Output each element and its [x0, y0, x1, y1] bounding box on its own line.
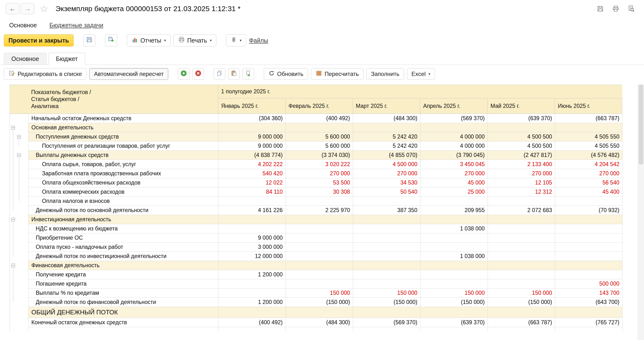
cell-value[interactable] [218, 215, 286, 224]
column-header[interactable]: Апрель 2025 г. [420, 98, 488, 114]
cell-value[interactable] [218, 279, 286, 288]
row-label[interactable]: Оплата коммерческих расходов [28, 188, 218, 197]
tab-budget[interactable]: Бюджет [48, 53, 85, 65]
cell-value[interactable]: 56 540 [555, 178, 622, 188]
cell-value[interactable]: 53 500 [286, 178, 353, 188]
cell-value[interactable] [555, 307, 622, 318]
cell-value[interactable] [488, 215, 555, 224]
cell-value[interactable]: 387 350 [353, 206, 420, 215]
cell-value[interactable]: 84 110 [218, 188, 286, 197]
row-label[interactable]: Начальный остаток Денежных средств [28, 114, 218, 123]
cell-value[interactable]: (150 000) [488, 298, 555, 307]
table-row[interactable]: Оплата общехозяйственных расходов12 0225… [10, 178, 622, 188]
recalculate-button[interactable]: Пересчитать [311, 68, 364, 80]
cell-value[interactable]: 5 600 000 [286, 132, 353, 141]
table-row[interactable]: Оплата сырья, товаров, работ, услуг4 202… [10, 160, 622, 169]
row-label[interactable]: Оплата налогов и взносов [28, 197, 218, 206]
fill-button[interactable]: Заполнить [366, 68, 404, 80]
row-label[interactable]: Денежный поток по основной деятельности [28, 206, 218, 215]
cell-value[interactable]: 9 000 000 [218, 141, 286, 151]
cell-value[interactable] [420, 261, 488, 270]
cell-value[interactable]: 3 000 000 [218, 243, 286, 252]
cell-value[interactable] [488, 197, 555, 206]
cell-value[interactable]: (4 855 070) [353, 151, 420, 160]
table-row[interactable]: Оплата пуско - наладочных работ3 000 000 [10, 243, 622, 252]
table-row[interactable]: ОБЩИЙ ДЕНЕЖНЫЙ ПОТОК [10, 307, 622, 318]
cell-value[interactable]: (3 374 030) [286, 151, 353, 160]
row-label[interactable]: Приобретение ОС [28, 233, 218, 243]
table-row[interactable]: Оплата коммерческих расходов84 11030 308… [10, 188, 622, 197]
table-row[interactable]: Денежный поток по финансовой деятельност… [10, 298, 622, 307]
cell-value[interactable]: (304 360) [218, 114, 286, 123]
table-row[interactable]: Оплата налогов и взносов [10, 197, 622, 206]
cell-value[interactable]: 1 200 000 [218, 270, 286, 279]
cell-value[interactable] [286, 279, 353, 288]
cell-value[interactable] [353, 252, 420, 261]
cell-value[interactable]: 2 133 400 [488, 160, 555, 169]
cell-value[interactable] [555, 261, 622, 270]
add-row-button[interactable] [178, 68, 190, 80]
reports-button[interactable]: Отчеты ▾ [127, 34, 171, 46]
cell-value[interactable]: 4 500 000 [353, 160, 420, 169]
copy-button[interactable] [214, 68, 225, 80]
cell-value[interactable] [218, 224, 286, 233]
cell-value[interactable] [218, 261, 286, 270]
row-label[interactable]: Оплата пуско - наладочных работ [28, 243, 218, 252]
table-row[interactable]: Выплаты денежных средств(4 838 774)(3 37… [10, 151, 622, 160]
auto-recalc-toggle[interactable]: Автоматический пересчет [89, 68, 168, 80]
cell-value[interactable] [286, 123, 353, 132]
cell-value[interactable] [420, 197, 488, 206]
cell-value[interactable]: (569 370) [353, 318, 420, 327]
cell-value[interactable]: (484 300) [286, 318, 353, 327]
cell-value[interactable]: 4 500 500 [488, 141, 555, 151]
column-header[interactable]: Февраль 2025 г. [286, 98, 353, 114]
cell-value[interactable] [286, 252, 353, 261]
cell-value[interactable]: 1 038 000 [420, 224, 488, 233]
row-label[interactable]: Оплата сырья, товаров, работ, услуг [28, 160, 218, 169]
cell-value[interactable]: 270 000 [353, 169, 420, 178]
cell-value[interactable] [488, 243, 555, 252]
cell-value[interactable] [286, 197, 353, 206]
cell-value[interactable]: (484 300) [353, 114, 420, 123]
cell-value[interactable]: 4 000 000 [420, 141, 488, 151]
cell-value[interactable]: 9 000 000 [218, 233, 286, 243]
cell-value[interactable]: (639 370) [420, 318, 488, 327]
cell-value[interactable]: 5 600 000 [286, 141, 353, 151]
cell-value[interactable]: 30 308 [286, 188, 353, 197]
post-document-button[interactable] [105, 34, 117, 46]
scrollbar-thumb[interactable] [639, 85, 643, 164]
paste-button[interactable] [228, 68, 240, 80]
period-header[interactable]: 1 полугодие 2025 г. [218, 85, 622, 98]
cell-value[interactable]: (663 787) [555, 114, 622, 123]
table-row[interactable]: Денежный поток по основной деятельности4… [10, 206, 622, 215]
cell-value[interactable] [420, 279, 488, 288]
cell-value[interactable] [420, 243, 488, 252]
row-label[interactable]: Основная деятельность [28, 123, 218, 132]
cell-value[interactable] [286, 270, 353, 279]
cell-value[interactable] [218, 197, 286, 206]
row-label[interactable]: Оплата общехозяйственных расходов [28, 178, 218, 188]
row-label[interactable]: Поступления денежных средств [28, 132, 218, 141]
cell-value[interactable]: (569 370) [420, 114, 488, 123]
cell-value[interactable]: 4 000 000 [420, 132, 488, 141]
print-icon[interactable] [612, 5, 620, 12]
table-row[interactable]: Основная деятельность [10, 123, 622, 132]
nav-item-main[interactable]: Основное [9, 22, 37, 29]
cell-value[interactable] [286, 261, 353, 270]
row-label[interactable]: Получение кредита [28, 270, 218, 279]
cell-value[interactable] [353, 123, 420, 132]
row-label[interactable]: НДС к возмещению из бюджета [28, 224, 218, 233]
cell-value[interactable]: 4 161 226 [218, 206, 286, 215]
table-row[interactable]: Приобретение ОС9 000 000 [10, 233, 622, 243]
row-label[interactable]: Выплаты % по кредитам [28, 288, 218, 298]
row-label[interactable]: Заработная плата производственных рабочи… [28, 169, 218, 178]
cell-value[interactable] [286, 307, 353, 318]
cell-value[interactable]: 34 530 [353, 178, 420, 188]
search-document-icon[interactable] [628, 5, 635, 12]
cell-value[interactable] [488, 261, 555, 270]
cell-value[interactable]: (400 492) [218, 318, 286, 327]
cell-value[interactable]: 270 000 [555, 169, 622, 178]
cell-value[interactable]: (639 370) [488, 114, 555, 123]
cell-value[interactable]: 4 505 550 [555, 132, 622, 141]
cell-value[interactable]: (3 790 045) [420, 151, 488, 160]
